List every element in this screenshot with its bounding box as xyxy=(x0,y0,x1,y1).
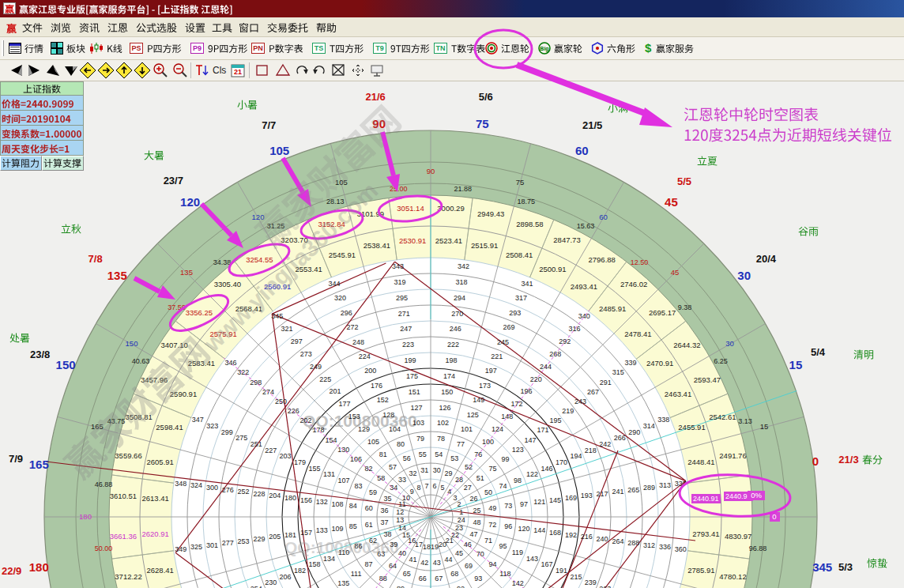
svg-text:77: 77 xyxy=(457,440,465,448)
svg-text:7/8: 7/8 xyxy=(89,253,103,265)
svg-text:191: 191 xyxy=(556,567,567,575)
svg-text:75: 75 xyxy=(488,465,496,473)
svg-text:321: 321 xyxy=(281,325,292,333)
svg-text:2440.91: 2440.91 xyxy=(693,495,719,503)
svg-text:154: 154 xyxy=(325,436,337,444)
svg-text:276: 276 xyxy=(222,486,234,494)
svg-text:18.75: 18.75 xyxy=(518,198,536,205)
svg-text:206: 206 xyxy=(280,573,292,581)
svg-text:2538.41: 2538.41 xyxy=(363,241,390,250)
svg-text:60: 60 xyxy=(575,144,589,157)
svg-text:30: 30 xyxy=(737,269,751,282)
svg-text:291: 291 xyxy=(600,379,612,386)
svg-text:58: 58 xyxy=(377,474,385,482)
svg-text:150: 150 xyxy=(56,358,76,371)
svg-text:242: 242 xyxy=(599,440,611,448)
svg-text:2785.91: 2785.91 xyxy=(687,566,714,575)
svg-text:30: 30 xyxy=(433,466,441,474)
svg-text:45: 45 xyxy=(671,268,680,277)
svg-text:61: 61 xyxy=(365,521,373,529)
svg-text:27: 27 xyxy=(464,484,472,492)
svg-text:312: 312 xyxy=(643,541,655,549)
svg-text:223: 223 xyxy=(402,341,414,349)
svg-text:90: 90 xyxy=(372,117,386,130)
svg-text:68: 68 xyxy=(450,570,458,578)
svg-text:127: 127 xyxy=(410,404,422,412)
svg-text:41: 41 xyxy=(409,556,416,564)
svg-text:24: 24 xyxy=(458,516,465,524)
svg-text:323: 323 xyxy=(206,422,218,430)
svg-text:120: 120 xyxy=(518,525,529,533)
svg-text:9: 9 xyxy=(410,488,414,496)
svg-text:125: 125 xyxy=(467,411,479,419)
svg-text:2523.41: 2523.41 xyxy=(435,236,462,245)
svg-text:15: 15 xyxy=(760,422,769,431)
svg-text:22/9: 22/9 xyxy=(2,565,21,577)
svg-text:205: 205 xyxy=(269,533,281,541)
svg-text:12: 12 xyxy=(396,508,404,516)
svg-text:7/9: 7/9 xyxy=(9,453,23,465)
svg-text:54: 54 xyxy=(435,450,443,458)
svg-text:269: 269 xyxy=(503,323,515,331)
svg-text:2593.47: 2593.47 xyxy=(694,375,721,384)
svg-text:120: 120 xyxy=(252,213,265,221)
svg-text:80: 80 xyxy=(397,440,405,448)
svg-text:3712.22: 3712.22 xyxy=(115,572,141,581)
svg-text:13: 13 xyxy=(396,516,404,524)
svg-text:118: 118 xyxy=(499,570,510,578)
svg-text:143: 143 xyxy=(526,555,538,563)
svg-text:296: 296 xyxy=(341,309,352,317)
svg-text:2575.91: 2575.91 xyxy=(209,330,236,338)
svg-text:2493.41: 2493.41 xyxy=(571,282,597,291)
svg-text:86: 86 xyxy=(354,542,362,550)
svg-text:37: 37 xyxy=(380,518,388,526)
svg-text:149: 149 xyxy=(473,396,484,404)
svg-text:135: 135 xyxy=(180,268,193,277)
svg-text:3457.96: 3457.96 xyxy=(141,375,168,384)
svg-text:146: 146 xyxy=(541,465,552,473)
svg-text:200: 200 xyxy=(364,367,376,375)
svg-text:158: 158 xyxy=(309,560,321,568)
svg-text:2590.91: 2590.91 xyxy=(170,390,197,398)
svg-text:75: 75 xyxy=(516,178,525,187)
svg-text:299: 299 xyxy=(221,428,233,436)
svg-text:151: 151 xyxy=(409,388,420,396)
svg-text:55: 55 xyxy=(419,450,427,458)
svg-text:4780.12: 4780.12 xyxy=(719,572,746,581)
svg-text:2542.61: 2542.61 xyxy=(709,413,736,421)
svg-text:133: 133 xyxy=(316,526,328,534)
svg-text:215: 215 xyxy=(570,573,582,581)
svg-text:292: 292 xyxy=(559,337,571,345)
svg-text:182: 182 xyxy=(294,567,306,575)
svg-text:172: 172 xyxy=(510,400,522,408)
svg-text:148: 148 xyxy=(501,413,513,420)
svg-text:225: 225 xyxy=(319,375,331,383)
svg-text:168: 168 xyxy=(549,529,561,537)
svg-text:226: 226 xyxy=(288,407,299,415)
svg-text:120: 120 xyxy=(180,195,200,209)
svg-text:180: 180 xyxy=(29,560,49,574)
svg-text:17: 17 xyxy=(415,541,423,548)
svg-text:126: 126 xyxy=(439,404,451,412)
svg-text:324: 324 xyxy=(190,481,202,489)
svg-text:0: 0 xyxy=(812,454,819,468)
svg-text:89: 89 xyxy=(397,585,405,588)
svg-text:265: 265 xyxy=(627,486,639,494)
svg-text:7/7: 7/7 xyxy=(262,119,276,131)
svg-text:240: 240 xyxy=(597,535,608,543)
svg-text:239: 239 xyxy=(585,579,597,586)
svg-text:85: 85 xyxy=(349,522,357,530)
svg-text:198: 198 xyxy=(445,356,457,364)
svg-text:122: 122 xyxy=(526,470,538,478)
svg-text:104: 104 xyxy=(389,425,401,433)
svg-text:99: 99 xyxy=(501,455,509,463)
svg-text:Big: Big xyxy=(540,46,548,52)
svg-text:121: 121 xyxy=(533,498,545,506)
svg-text:15.63: 15.63 xyxy=(577,222,595,230)
svg-text:360: 360 xyxy=(675,545,687,553)
svg-text:82: 82 xyxy=(364,465,372,473)
svg-text:245: 245 xyxy=(497,338,509,346)
svg-text:32: 32 xyxy=(409,469,416,477)
svg-text:2847.73: 2847.73 xyxy=(553,236,580,244)
svg-text:53: 53 xyxy=(450,454,458,462)
